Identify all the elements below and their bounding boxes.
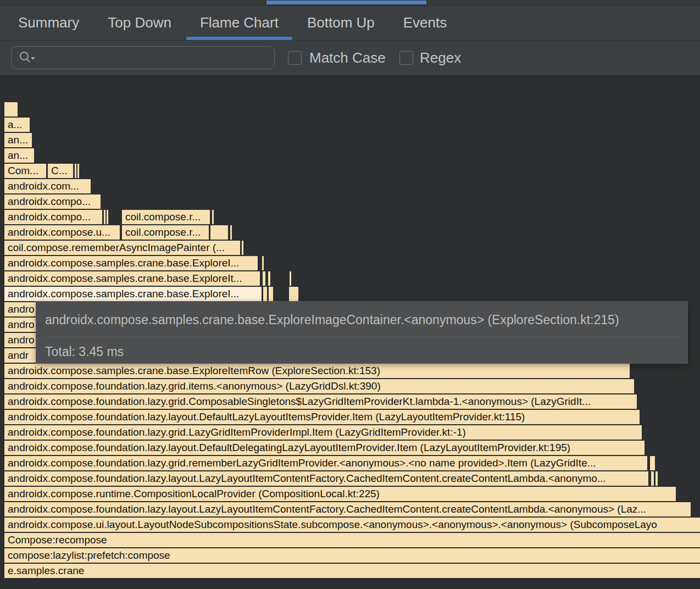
flame-bar-label: androidx.compose.u...: [4, 225, 120, 240]
flame-chart[interactable]: androidx.compose.samples.crane.base.Expl…: [0, 76, 700, 589]
tab-summary[interactable]: Summary: [4, 5, 93, 40]
flame-bar-label: androidx.compose.samples.crane.base.Expl…: [4, 271, 260, 286]
tooltip-total-time: Total: 3.45 ms: [45, 344, 679, 359]
flame-bar-label: coil.compose.r...: [122, 225, 209, 240]
flame-bar[interactable]: androidx.compose.foundation.lazy.grid.it…: [4, 379, 634, 393]
flame-bar-thin[interactable]: [104, 210, 105, 224]
flame-bar[interactable]: a...: [4, 118, 30, 132]
flame-bar[interactable]: androidx.compose.foundation.lazy.layout.…: [4, 410, 640, 424]
flame-bar[interactable]: an...: [4, 133, 32, 147]
flame-bar-label: androidx.compose.runtime.CompositionLoca…: [4, 487, 676, 501]
match-case-label[interactable]: Match Case: [309, 41, 386, 75]
flame-bar[interactable]: androidx.compose.foundation.lazy.grid.La…: [4, 425, 642, 440]
flame-bar-label: coil.compose.rememberAsyncImagePainter (…: [4, 241, 240, 255]
flame-bar[interactable]: androidx.compose.foundation.lazy.layout.…: [4, 502, 691, 516]
flame-bar[interactable]: compose:lazylist:prefetch:compose: [4, 548, 700, 563]
flame-bar-label: androidx.compose.samples.crane.base.Expl…: [4, 256, 258, 270]
flame-bar-label: androidx.compose.foundation.lazy.layout.…: [4, 471, 648, 486]
flame-bar-thin[interactable]: [212, 210, 214, 224]
flame-bar[interactable]: androidx.compose.samples.crane.base.Expl…: [4, 271, 260, 286]
tooltip-frame-name: androidx.compose.samples.crane.base.Expl…: [45, 313, 679, 327]
flame-bar-label: androidx.compose.foundation.lazy.layout.…: [4, 410, 640, 424]
flame-bar-thin[interactable]: [77, 164, 79, 178]
flame-bar-label: androidx.compo...: [4, 210, 102, 224]
flame-bar[interactable]: androidx.com...: [4, 179, 91, 193]
timeline-selected-range[interactable]: [266, 1, 426, 4]
flame-bar-thin[interactable]: [230, 225, 232, 240]
flame-bar-thin[interactable]: [263, 287, 267, 301]
flame-bar[interactable]: androidx.compose.samples.crane.base.Expl…: [4, 364, 630, 378]
search-box[interactable]: [11, 46, 275, 69]
flame-bar[interactable]: androidx.compose.runtime.CompositionLoca…: [4, 487, 676, 501]
flame-bar-label: Com...: [4, 164, 46, 178]
flame-bar-label: androidx.compose.foundation.lazy.grid.re…: [4, 456, 647, 470]
flame-bar[interactable]: androidx.compo...: [4, 195, 101, 209]
flame-bar-label: androidx.compose.foundation.lazy.grid.Co…: [4, 394, 637, 409]
chevron-down-icon: [31, 57, 35, 60]
flame-bar[interactable]: androidx.compose.foundation.lazy.grid.Co…: [4, 394, 637, 409]
flame-bar[interactable]: androidx.compose.samples.crane.base.Expl…: [4, 256, 258, 270]
flame-bar[interactable]: androidx.compose.foundation.lazy.layout.…: [4, 441, 645, 455]
flame-bar-thin[interactable]: [242, 241, 243, 255]
flame-bar-label: an...: [4, 148, 34, 163]
flame-bar-thin[interactable]: [650, 456, 655, 470]
flame-bar-thin[interactable]: [290, 271, 291, 286]
tab-top-down[interactable]: Top Down: [94, 5, 185, 40]
flame-bar-thin[interactable]: [263, 271, 265, 286]
search-icon[interactable]: [18, 51, 37, 65]
flame-bar[interactable]: an...: [4, 148, 34, 163]
tab-bottom-up[interactable]: Bottom Up: [293, 5, 388, 40]
flame-bar-thin[interactable]: [269, 287, 273, 301]
flame-bar-thin[interactable]: [107, 210, 108, 224]
flame-bar-label: androidx.compose.foundation.lazy.layout.…: [4, 441, 645, 455]
analysis-tab-bar: Summary Top Down Flame Chart Bottom Up E…: [0, 5, 700, 41]
flame-bar-label: androidx.com...: [4, 179, 91, 193]
flame-bar[interactable]: coil.compose.r...: [122, 225, 209, 240]
flame-bar-thin[interactable]: [75, 164, 76, 178]
flame-bar-label: androidx.compo...: [4, 195, 101, 209]
flame-bar-thin[interactable]: [655, 471, 658, 486]
flame-tooltip: androidx.compose.samples.crane.base.Expl…: [36, 301, 688, 364]
tooltip-divider: [45, 337, 679, 337]
flame-bar-label: Compose:recompose: [4, 533, 700, 547]
flame-bar-thin[interactable]: [268, 271, 270, 286]
flame-bar-label: e.samples.crane: [4, 564, 700, 578]
flame-bar-label: C...: [48, 164, 73, 178]
tab-events[interactable]: Events: [390, 5, 461, 40]
flame-bar[interactable]: androidx.compose.u...: [4, 225, 120, 240]
flame-bar[interactable]: e.samples.crane: [4, 564, 700, 578]
flame-bar-label: androidx.compose.foundation.lazy.grid.it…: [4, 379, 634, 393]
flame-bar[interactable]: androidx.compose.foundation.lazy.grid.re…: [4, 456, 647, 470]
flame-bar[interactable]: coil.compose.rememberAsyncImagePainter (…: [4, 241, 240, 255]
flame-bar[interactable]: C...: [48, 164, 73, 178]
flame-bar-label: a...: [4, 118, 30, 132]
tab-flame-chart[interactable]: Flame Chart: [186, 5, 292, 40]
regex-checkbox[interactable]: [399, 51, 413, 65]
flame-bar-label: androidx.compose.foundation.lazy.grid.La…: [4, 425, 642, 440]
flame-bar-thin[interactable]: [651, 471, 654, 486]
flame-bar[interactable]: coil.compose.r...: [122, 210, 210, 224]
flame-bar-label: androidx.compose.samples.crane.base.Expl…: [4, 364, 630, 378]
profiler-flame-chart-pane: { "tabs": [ {"label": "Summary", "select…: [0, 0, 700, 589]
flame-bar-thin[interactable]: [262, 256, 264, 270]
flame-bar-label: an...: [4, 133, 32, 147]
flame-bar[interactable]: androidx.compose.foundation.lazy.layout.…: [4, 471, 648, 486]
flame-bar-label: coil.compose.r...: [122, 210, 210, 224]
regex-label[interactable]: Regex: [420, 41, 461, 75]
search-input[interactable]: [37, 50, 274, 65]
flame-bar[interactable]: Compose:recompose: [4, 533, 700, 547]
flame-bar-thin[interactable]: [210, 225, 228, 240]
flame-bar-thin[interactable]: [289, 287, 298, 301]
flame-bar-label: androidx.compose.foundation.lazy.layout.…: [4, 502, 691, 516]
match-case-checkbox[interactable]: [288, 51, 302, 65]
flame-bar-label: androidx.compose.ui.layout.LayoutNodeSub…: [4, 518, 700, 532]
flame-bar-label: compose:lazylist:prefetch:compose: [4, 548, 700, 563]
flame-bar[interactable]: Com...: [4, 164, 46, 178]
flame-bar[interactable]: androidx.compo...: [4, 210, 102, 224]
filter-row: Match Case Regex: [0, 41, 700, 76]
flame-bar-thin[interactable]: [4, 102, 18, 116]
flame-bar[interactable]: androidx.compose.samples.crane.base.Expl…: [4, 287, 262, 301]
flame-bar-label: androidx.compose.samples.crane.base.Expl…: [4, 287, 262, 301]
flame-bar[interactable]: androidx.compose.ui.layout.LayoutNodeSub…: [4, 518, 700, 532]
timeline-strip: [0, 0, 700, 5]
